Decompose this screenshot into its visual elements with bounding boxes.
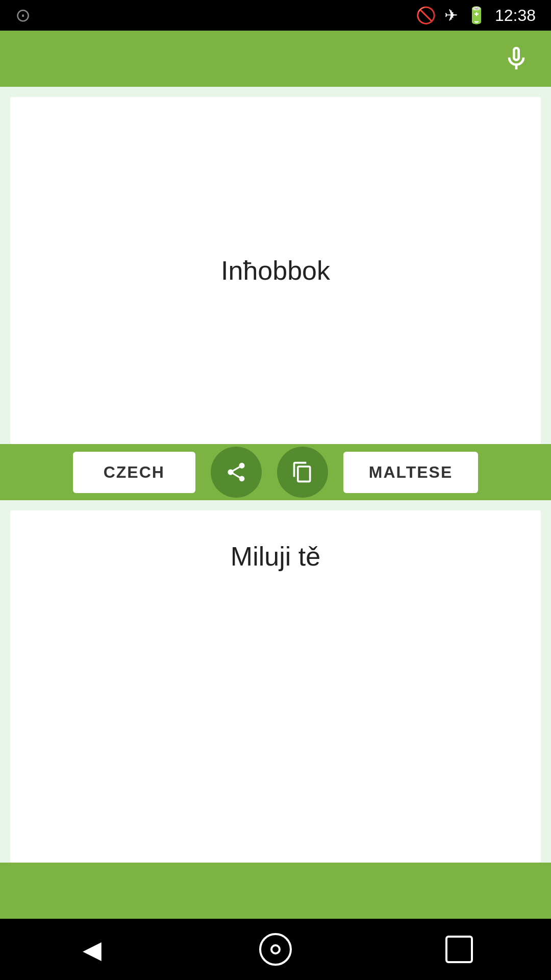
language-bar: CZECH MALTESE [0,444,551,500]
nav-bar: ◀ [0,919,551,980]
share-button[interactable] [211,447,262,498]
mic-button[interactable] [502,44,531,73]
recents-button[interactable] [439,929,480,970]
czech-language-button[interactable]: CZECH [73,452,195,493]
target-text: Miluji tě [231,541,320,572]
home-icon [259,933,292,966]
home-icon-inner [270,944,281,954]
copy-icon [291,461,314,483]
status-left: ⊙ [15,5,31,26]
back-button[interactable]: ◀ [71,929,112,970]
airplane-icon: ✈ [444,6,458,25]
copy-button[interactable] [277,447,328,498]
spinner-icon: ⊙ [15,5,31,26]
main-content: Inħobbok CZECH MALTESE Miluji tě [0,87,551,919]
recents-icon [445,936,473,963]
status-bar: ⊙ 🚫 ✈ 🔋 12:38 [0,0,551,31]
target-panel: Miluji tě [10,510,541,863]
status-right: 🚫 ✈ 🔋 12:38 [416,6,536,25]
battery-icon: 🔋 [466,6,487,25]
app-bar [0,31,551,87]
source-panel: Inħobbok [10,97,541,444]
share-icon [225,461,247,483]
sim-icon: 🚫 [416,6,436,25]
source-text: Inħobbok [221,255,330,286]
maltese-language-button[interactable]: MALTESE [343,452,479,493]
home-button[interactable] [255,929,296,970]
bottom-green-bar [0,863,551,919]
mic-icon [502,44,531,73]
status-time: 12:38 [495,6,536,25]
